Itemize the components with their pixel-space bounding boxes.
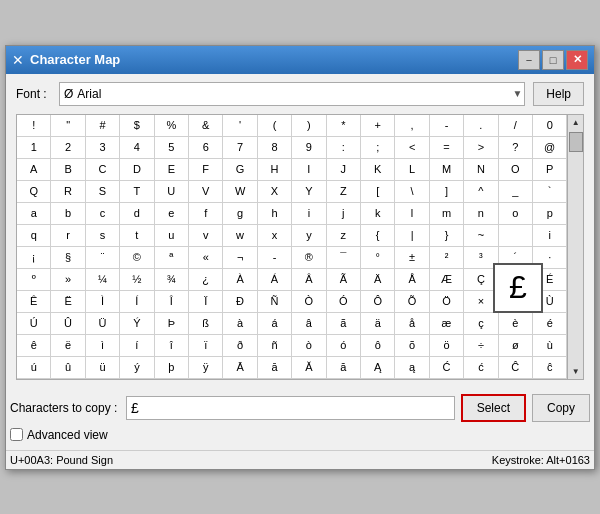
char-cell[interactable]: c: [86, 203, 120, 225]
char-cell[interactable]: !: [17, 115, 51, 137]
char-cell[interactable]: ä: [361, 313, 395, 335]
char-cell[interactable]: e: [155, 203, 189, 225]
char-cell[interactable]: S: [86, 181, 120, 203]
char-cell[interactable]: f: [189, 203, 223, 225]
char-cell[interactable]: Û: [51, 313, 85, 335]
char-cell[interactable]: X: [258, 181, 292, 203]
char-cell[interactable]: ²: [430, 247, 464, 269]
char-cell[interactable]: T: [120, 181, 154, 203]
char-cell[interactable]: 2: [51, 137, 85, 159]
char-cell[interactable]: Î: [155, 291, 189, 313]
advanced-view-label[interactable]: Advanced view: [27, 428, 108, 442]
char-cell[interactable]: Ó: [327, 291, 361, 313]
char-cell[interactable]: ®: [292, 247, 326, 269]
char-cell[interactable]: &: [189, 115, 223, 137]
char-cell[interactable]: ¬: [223, 247, 257, 269]
char-cell[interactable]: Ö: [430, 291, 464, 313]
char-cell[interactable]: x: [258, 225, 292, 247]
char-cell[interactable]: A: [17, 159, 51, 181]
scrollbar[interactable]: ▲ ▼: [567, 115, 583, 379]
char-cell[interactable]: ą: [395, 357, 429, 379]
char-cell[interactable]: W: [223, 181, 257, 203]
char-cell[interactable]: n: [464, 203, 498, 225]
char-cell[interactable]: é: [533, 313, 567, 335]
char-cell[interactable]: »: [51, 269, 85, 291]
char-cell[interactable]: è: [499, 313, 533, 335]
char-cell[interactable]: q: [17, 225, 51, 247]
char-cell[interactable]: M: [430, 159, 464, 181]
char-cell[interactable]: û: [51, 357, 85, 379]
char-cell[interactable]: Ò: [292, 291, 326, 313]
char-cell[interactable]: á: [258, 313, 292, 335]
char-cell[interactable]: F: [189, 159, 223, 181]
char-cell[interactable]: C: [86, 159, 120, 181]
char-cell[interactable]: U: [155, 181, 189, 203]
minimize-button[interactable]: −: [518, 50, 540, 70]
char-cell[interactable]: Y: [292, 181, 326, 203]
characters-to-copy-input[interactable]: [126, 396, 455, 420]
char-cell[interactable]: ±: [395, 247, 429, 269]
char-cell[interactable]: i: [533, 225, 567, 247]
char-cell[interactable]: 3: [86, 137, 120, 159]
char-cell[interactable]: ': [223, 115, 257, 137]
char-cell[interactable]: ć: [464, 357, 498, 379]
char-cell[interactable]: p: [533, 203, 567, 225]
char-cell[interactable]: \: [395, 181, 429, 203]
char-cell[interactable]: a: [17, 203, 51, 225]
char-cell[interactable]: Á: [258, 269, 292, 291]
char-cell[interactable]: î: [155, 335, 189, 357]
char-cell[interactable]: ¿: [189, 269, 223, 291]
char-cell[interactable]: 5: [155, 137, 189, 159]
char-cell[interactable]: k: [361, 203, 395, 225]
char-cell[interactable]: v: [189, 225, 223, 247]
char-cell[interactable]: ]: [430, 181, 464, 203]
char-cell[interactable]: 7: [223, 137, 257, 159]
char-cell[interactable]: ¼: [86, 269, 120, 291]
char-cell[interactable]: â: [292, 313, 326, 335]
select-button[interactable]: Select: [461, 394, 526, 422]
char-cell[interactable]: -: [258, 247, 292, 269]
copy-button[interactable]: Copy: [532, 394, 590, 422]
char-cell[interactable]: u: [155, 225, 189, 247]
char-cell[interactable]: [499, 225, 533, 247]
char-cell[interactable]: <: [395, 137, 429, 159]
char-cell[interactable]: ð: [223, 335, 257, 357]
char-cell[interactable]: ï: [189, 335, 223, 357]
char-cell[interactable]: :: [327, 137, 361, 159]
char-cell[interactable]: ¾: [155, 269, 189, 291]
char-cell[interactable]: ª: [155, 247, 189, 269]
char-cell[interactable]: j: [327, 203, 361, 225]
char-cell[interactable]: g: [223, 203, 257, 225]
char-cell[interactable]: ¡: [17, 247, 51, 269]
char-large-preview[interactable]: £: [493, 263, 543, 313]
char-cell[interactable]: r: [51, 225, 85, 247]
char-cell[interactable]: I: [292, 159, 326, 181]
char-cell[interactable]: {: [361, 225, 395, 247]
char-cell[interactable]: Æ: [430, 269, 464, 291]
char-cell[interactable]: ç: [464, 313, 498, 335]
char-cell[interactable]: s: [86, 225, 120, 247]
help-button[interactable]: Help: [533, 82, 584, 106]
char-cell[interactable]: Å: [395, 269, 429, 291]
char-cell[interactable]: ĉ: [533, 357, 567, 379]
char-cell[interactable]: Ă: [292, 357, 326, 379]
char-cell[interactable]: ô: [361, 335, 395, 357]
char-cell[interactable]: 8: [258, 137, 292, 159]
char-cell[interactable]: ă: [327, 357, 361, 379]
char-cell[interactable]: ø: [499, 335, 533, 357]
char-cell[interactable]: t: [120, 225, 154, 247]
char-cell[interactable]: ú: [17, 357, 51, 379]
char-cell[interactable]: m: [430, 203, 464, 225]
char-cell[interactable]: =: [430, 137, 464, 159]
char-cell[interactable]: Ý: [120, 313, 154, 335]
char-cell[interactable]: L: [395, 159, 429, 181]
char-cell[interactable]: ÿ: [189, 357, 223, 379]
char-cell[interactable]: Ć: [430, 357, 464, 379]
char-cell[interactable]: $: [120, 115, 154, 137]
char-cell[interactable]: `: [533, 181, 567, 203]
char-cell[interactable]: º: [17, 269, 51, 291]
char-cell[interactable]: ù: [533, 335, 567, 357]
char-cell[interactable]: À: [223, 269, 257, 291]
char-cell[interactable]: ÷: [464, 335, 498, 357]
char-cell[interactable]: Ú: [17, 313, 51, 335]
